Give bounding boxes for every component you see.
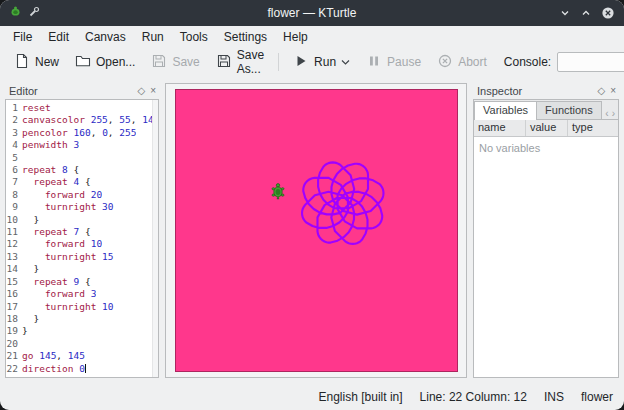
inspector-panel-title: Inspector	[477, 85, 522, 97]
save-as-button[interactable]: Save As...	[209, 44, 271, 80]
code-text[interactable]: }	[22, 313, 39, 325]
code-line[interactable]: 21go 145, 145	[6, 350, 152, 362]
titlebar[interactable]: flower — KTurtle	[0, 0, 624, 26]
column-type[interactable]: type	[568, 120, 618, 136]
code-text[interactable]: turnright 15	[22, 251, 114, 263]
open-button[interactable]: Open...	[68, 49, 142, 76]
code-line[interactable]: 7 repeat 4 {	[6, 176, 152, 188]
inspector-float-icon[interactable]: ◇	[597, 86, 605, 96]
line-number: 1	[6, 102, 22, 114]
code-text[interactable]: forward 3	[22, 288, 96, 300]
column-name[interactable]: name	[474, 120, 526, 136]
inspector-panel-header[interactable]: Inspector ◇ ×	[473, 83, 619, 99]
minimize-icon[interactable]	[559, 7, 571, 19]
inspector-panel: Inspector ◇ × Variables Functions ‹ › na…	[473, 83, 619, 378]
editor-close-icon[interactable]: ×	[150, 86, 156, 96]
pause-button-label: Pause	[387, 55, 421, 69]
turtle-sprite[interactable]	[271, 182, 286, 203]
tab-variables[interactable]: Variables	[474, 101, 537, 120]
code-line[interactable]: 22direction 0	[6, 363, 152, 375]
line-number: 22	[6, 363, 22, 375]
code-line[interactable]: 9 turnright 30	[6, 201, 152, 213]
menu-run[interactable]: Run	[134, 28, 172, 46]
close-icon[interactable]	[601, 6, 615, 20]
editor-float-icon[interactable]: ◇	[137, 86, 145, 96]
code-line[interactable]: 6repeat 8 {	[6, 164, 152, 176]
code-line[interactable]: 3pencolor 160, 0, 255	[6, 127, 152, 139]
new-button[interactable]: New	[7, 49, 66, 76]
code-line[interactable]: 5	[6, 152, 152, 164]
menu-tools[interactable]: Tools	[172, 28, 216, 46]
run-play-icon	[293, 53, 309, 72]
code-line[interactable]: 13 turnright 15	[6, 251, 152, 263]
code-text[interactable]: canvascolor 255, 55, 140	[22, 114, 152, 126]
code-text[interactable]: repeat 4 {	[22, 176, 91, 188]
editor-panel: Editor ◇ × 1reset2canvascolor 255, 55, 1…	[5, 83, 159, 378]
tab-scroll-left-icon[interactable]: ‹	[605, 108, 608, 119]
save-as-button-label: Save As...	[237, 48, 264, 76]
code-line[interactable]: 14 }	[6, 263, 152, 275]
code-line[interactable]: 8 forward 20	[6, 189, 152, 201]
menu-help[interactable]: Help	[275, 28, 316, 46]
code-text[interactable]: reset	[22, 102, 51, 114]
abort-button[interactable]: Abort	[430, 49, 494, 76]
tab-scroll-right-icon[interactable]: ›	[612, 108, 615, 119]
code-line[interactable]: 4penwidth 3	[6, 139, 152, 151]
menu-file[interactable]: File	[5, 28, 40, 46]
editor-panel-header[interactable]: Editor ◇ ×	[5, 83, 159, 99]
code-line[interactable]: 18 }	[6, 313, 152, 325]
line-number: 5	[6, 152, 22, 164]
code-line[interactable]: 2canvascolor 255, 55, 140	[6, 114, 152, 126]
abort-button-label: Abort	[458, 55, 487, 69]
code-line[interactable]: 15 repeat 9 {	[6, 276, 152, 288]
code-text[interactable]: turnright 10	[22, 301, 114, 313]
code-line[interactable]: 12 forward 10	[6, 238, 152, 250]
pause-button[interactable]: Pause	[359, 49, 428, 76]
pause-icon	[366, 53, 382, 72]
status-cursor-position: Line: 22 Column: 12	[420, 390, 527, 404]
menu-canvas[interactable]: Canvas	[77, 28, 134, 46]
inspector-close-icon[interactable]: ×	[610, 86, 616, 96]
editor-vertical-scrollbar[interactable]	[152, 100, 158, 377]
line-number: 8	[6, 189, 22, 201]
column-value[interactable]: value	[526, 120, 568, 136]
code-text[interactable]: direction 0	[22, 363, 86, 375]
code-text[interactable]: repeat 9 {	[22, 276, 91, 288]
line-number: 17	[6, 301, 22, 313]
line-number: 2	[6, 114, 22, 126]
menu-edit[interactable]: Edit	[40, 28, 77, 46]
code-text[interactable]: forward 20	[22, 189, 102, 201]
code-line[interactable]: 17 turnright 10	[6, 301, 152, 313]
console-input[interactable]	[557, 52, 624, 72]
maximize-icon[interactable]	[580, 7, 592, 19]
menu-settings[interactable]: Settings	[216, 28, 275, 46]
code-line[interactable]: 1reset	[6, 102, 152, 114]
editor-code[interactable]: 1reset2canvascolor 255, 55, 1403pencolor…	[6, 100, 152, 377]
code-text[interactable]: }	[22, 263, 39, 275]
save-button[interactable]: Save	[144, 49, 206, 76]
turtle-canvas[interactable]	[175, 89, 458, 372]
run-dropdown-chevron-icon[interactable]	[341, 55, 350, 69]
code-line[interactable]: 16 forward 3	[6, 288, 152, 300]
code-text[interactable]: forward 10	[22, 238, 102, 250]
code-text[interactable]: }	[22, 214, 39, 226]
run-button[interactable]: Run	[286, 49, 357, 76]
code-text[interactable]: turnright 30	[22, 201, 114, 213]
inspector-body: Variables Functions ‹ › name value type …	[473, 99, 619, 378]
code-line[interactable]: 11 repeat 7 {	[6, 226, 152, 238]
code-text[interactable]: penwidth 3	[22, 139, 79, 151]
code-text[interactable]: }	[22, 325, 28, 337]
line-number: 14	[6, 263, 22, 275]
code-line[interactable]: 19}	[6, 325, 152, 337]
code-text[interactable]: repeat 8 {	[22, 164, 79, 176]
code-line[interactable]: 10 }	[6, 214, 152, 226]
titlebar-icons	[9, 4, 40, 22]
new-document-icon	[14, 53, 30, 72]
tab-functions[interactable]: Functions	[536, 101, 602, 119]
code-line[interactable]: 20	[6, 338, 152, 350]
code-text[interactable]: repeat 7 {	[22, 226, 91, 238]
new-button-label: New	[35, 55, 59, 69]
code-text[interactable]: pencolor 160, 0, 255	[22, 127, 136, 139]
code-text[interactable]: go 145, 145	[22, 350, 85, 362]
save-button-label: Save	[172, 55, 199, 69]
